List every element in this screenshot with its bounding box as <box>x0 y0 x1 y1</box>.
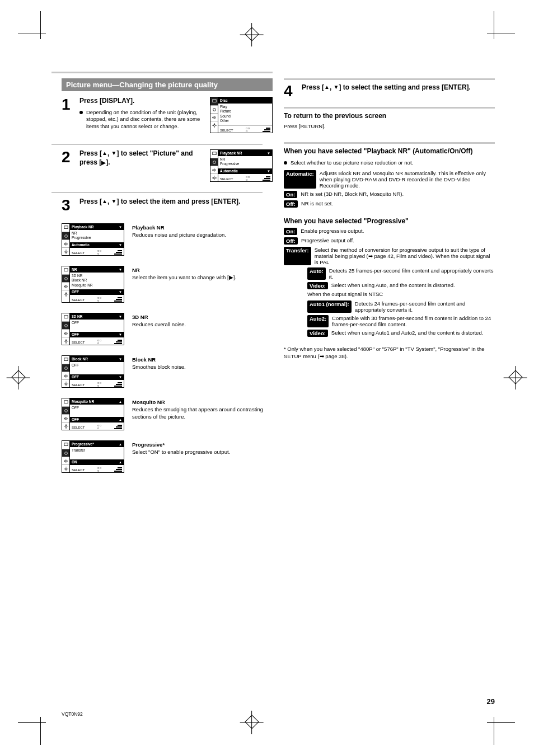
bars-icon <box>114 297 122 302</box>
menu-item: Progressive <box>220 162 270 166</box>
chevron-icon: ▼ <box>119 333 122 336</box>
return-text: Press [RETURN]. <box>284 123 495 130</box>
disc-icon <box>62 266 69 274</box>
chevron-icon: ▲ <box>119 443 122 446</box>
panel-footer-label: SELECT <box>220 177 233 181</box>
down-arrow-icon: ▼ <box>334 83 339 91</box>
chevron-icon: ▼ <box>119 268 122 271</box>
panel-row: Progressive*▲TransferON▲SELECT▫▫▫Progres… <box>62 440 273 473</box>
footnote: * Only when you have selected "480P" or … <box>284 346 495 360</box>
case-label: Automatic: <box>284 170 316 189</box>
dpad-icon: ▫▫▫ <box>97 296 101 302</box>
disc-icon <box>210 97 218 105</box>
disc-icon <box>62 224 69 232</box>
page-body: Picture menu—Changing the picture qualit… <box>62 78 495 689</box>
left-column: Picture menu—Changing the picture qualit… <box>62 78 273 473</box>
dpad-icon: ▫▫▫ <box>97 466 101 472</box>
step-1: 1 Disc Play <box>62 97 273 134</box>
chevron-icon: ▼ <box>119 243 122 247</box>
panel-footer-label: SELECT <box>72 251 85 255</box>
panel-desc: 3D NRReduces overall noise. <box>132 313 273 345</box>
step-title: Press [▲, ▼] to select the setting and p… <box>302 83 495 92</box>
case-label: Off: <box>284 200 298 208</box>
gear-icon <box>62 464 69 472</box>
picture-icon <box>62 321 69 329</box>
chevron-icon: ▼ <box>119 226 122 229</box>
panel-desc: Playback NRReduces noise and picture deg… <box>132 223 273 256</box>
disc-icon <box>62 398 69 406</box>
chevron-icon: ▼ <box>119 290 122 294</box>
svg-point-13 <box>64 324 67 327</box>
svg-point-10 <box>64 277 67 280</box>
crop-mark-bottom <box>245 715 259 729</box>
bars-icon <box>114 382 122 387</box>
case-off: Off: Progressive output off. <box>284 237 495 245</box>
picture-icon <box>62 274 69 282</box>
case-video2: Video: Select when using Auto1 and Auto2… <box>307 330 495 337</box>
case-label: On: <box>284 228 297 235</box>
chevron-icon: ▲ <box>119 461 122 464</box>
menu-item: OFF <box>72 406 122 410</box>
menu-panel: Progressive*▲TransferON▲SELECT▫▫▫ <box>62 440 124 473</box>
panel-row: Block NR▼OFFOFF▼SELECT▫▫▫Block NRSmoothe… <box>62 355 273 388</box>
panel-head: Progressive* <box>72 442 94 446</box>
step-number: 1 <box>62 97 75 134</box>
svg-rect-18 <box>64 401 67 403</box>
svg-rect-21 <box>64 443 67 446</box>
panel-sub-value: Automatic <box>72 243 90 247</box>
svg-rect-0 <box>212 100 216 102</box>
disc-icon <box>62 441 69 449</box>
menu-panel: Mosquito NR▲OFFOFF▲SELECT▫▫▫ <box>62 398 124 430</box>
case-auto: Auto: Detects 25 frames-per-second film … <box>307 267 495 280</box>
case-off: Off: NR is not set. <box>284 200 495 208</box>
dpad-icon: ▫▫▫ <box>246 175 250 181</box>
svg-point-4 <box>213 161 216 163</box>
case-label: Off: <box>284 237 298 245</box>
panel-footer-label: SELECT <box>72 468 85 472</box>
panel-head: Playback NR <box>72 225 93 229</box>
down-arrow-icon: ▼ <box>111 149 117 157</box>
chevron-icon: ▼ <box>119 375 122 379</box>
chevron-icon: ▼ <box>119 315 122 318</box>
crop-rule <box>494 11 494 39</box>
svg-rect-6 <box>64 226 67 229</box>
case-label: Video: <box>307 282 328 289</box>
menu-item: Mosquito NR <box>72 283 122 288</box>
bars-icon <box>114 467 122 472</box>
picture-icon <box>210 158 218 166</box>
picture-icon <box>62 406 69 414</box>
svg-point-22 <box>64 452 67 454</box>
panel-head: Disc <box>220 98 228 102</box>
gear-icon <box>62 290 69 298</box>
crop-mark-right <box>508 370 522 384</box>
case-auto1: Auto1 (normal): Detects 24 frames-per-se… <box>307 300 495 313</box>
svg-point-16 <box>64 367 67 369</box>
bars-icon <box>114 250 122 255</box>
panel-desc: NRSelect the item you want to change wit… <box>132 266 273 303</box>
footer-code: VQT0N92 <box>62 711 83 717</box>
gear-icon <box>210 173 218 181</box>
chevron-down-icon: ▼ <box>267 170 270 173</box>
menu-item: Progressive <box>72 236 122 240</box>
panel-head: Playback NR <box>220 151 242 155</box>
menu-item: OFF <box>72 363 122 368</box>
chevron-icon: ▲ <box>119 418 122 421</box>
right-column: 4 Press [▲, ▼] to select the setting and… <box>284 78 495 473</box>
panel-desc: Progressive*Select "ON" to enable progre… <box>132 440 273 473</box>
step-title: Press [▲, ▼] to select the item and pres… <box>79 198 273 206</box>
svg-point-8 <box>65 251 67 252</box>
svg-point-7 <box>64 234 67 237</box>
playback-nr-heading: When you have selected "Playback NR" (Au… <box>284 147 495 156</box>
picture-icon <box>62 364 69 372</box>
crop-mark-top <box>245 27 259 41</box>
svg-rect-12 <box>64 316 67 318</box>
panel-sub-value: OFF <box>72 290 79 294</box>
panel-head: 3D NR <box>72 314 83 318</box>
panel-head: NR <box>72 267 77 271</box>
step-3: 3 Press [▲, ▼] to select the item and pr… <box>62 192 273 213</box>
crop-mark-left <box>11 370 25 384</box>
bars-icon <box>263 176 270 181</box>
svg-rect-9 <box>64 269 67 271</box>
menu-item: NR <box>72 231 122 236</box>
panel-row: Mosquito NR▲OFFOFF▲SELECT▫▫▫Mosquito NRR… <box>62 398 273 430</box>
